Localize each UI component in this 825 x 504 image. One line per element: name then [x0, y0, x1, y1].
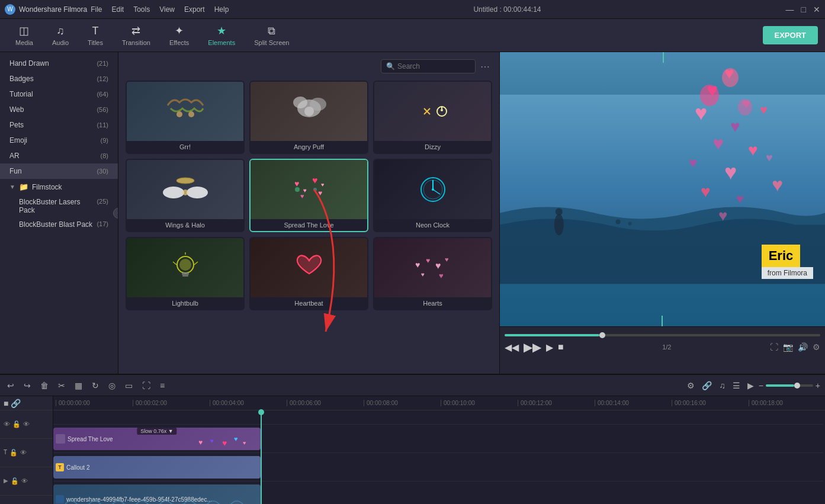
grid-item-angry-puff[interactable]: Angry Puff — [249, 81, 368, 154]
add-track-button2[interactable]: ■ — [4, 399, 8, 408]
timeline-tracks: Slow 0.76x ▼ Spread The Love ♥ ♥ ♥ ♥ ♥ — [53, 410, 823, 504]
menu-file[interactable]: File — [91, 5, 102, 14]
ruler-mark-5: 00:00:10:00 — [441, 400, 518, 406]
delete-button[interactable]: 🗑 — [38, 378, 51, 393]
grid-options-icon[interactable]: ⋯ — [480, 61, 490, 72]
skip-back-button[interactable]: ◀◀ — [505, 342, 519, 353]
slow-badge: Slow 0.76x ▼ — [137, 428, 176, 435]
track-eye-video-icon[interactable]: 👁 — [21, 477, 28, 485]
zoom-slider[interactable] — [766, 384, 813, 387]
export-button[interactable]: EXPORT — [763, 26, 818, 44]
pip-button[interactable]: ▭ — [123, 378, 135, 393]
progress-dot[interactable] — [599, 332, 605, 338]
grid-thumb-wings — [127, 160, 243, 219]
link-button[interactable]: 🔗 — [699, 378, 714, 393]
sidebar-count-fun: (30) — [97, 168, 108, 175]
tool-transition[interactable]: ⇄ Transition — [114, 21, 159, 50]
track-lock-icon[interactable]: 🔓 — [12, 420, 21, 428]
track-lock-video-icon[interactable]: 🔓 — [11, 477, 19, 485]
subtitle-button[interactable]: ▶ — [745, 378, 756, 393]
svg-line-32 — [173, 262, 176, 265]
sidebar-label-fun: Fun — [9, 167, 22, 175]
add-track-button[interactable]: ⚙ — [685, 378, 697, 393]
grid-item-grr[interactable]: Grr! — [126, 81, 245, 154]
grid-thumb-dizzy — [374, 82, 491, 141]
svg-text:♥: ♥ — [318, 189, 322, 197]
ruler-mark-0: 00:00:00:00 — [56, 400, 133, 406]
grid-item-heartbeat[interactable]: Heartbeat — [249, 237, 368, 310]
track-visibility-icon[interactable]: 👁 — [4, 420, 10, 428]
play-pause-button[interactable]: ▶▶ — [524, 340, 541, 354]
maximize-button[interactable]: □ — [801, 5, 806, 14]
grid-item-neon-clock[interactable]: Neon Clock — [373, 159, 492, 232]
tool-splitscreen[interactable]: ⧉ Split Screen — [246, 21, 297, 50]
close-button[interactable]: ✕ — [813, 5, 820, 14]
tool-media[interactable]: ◫ Media — [7, 21, 41, 50]
track-eye-callout-icon[interactable]: 👁 — [20, 449, 27, 457]
tool-elements-label: Elements — [208, 39, 235, 46]
grid-label-dizzy: Dizzy — [374, 141, 491, 153]
tool-effects[interactable]: ✦ Effects — [161, 21, 197, 50]
sidebar-item-web[interactable]: Web (56) — [0, 102, 118, 117]
snapshot-button[interactable]: 📷 — [783, 342, 793, 352]
sidebar-filmstock[interactable]: ▼ 📁 Filmstock — [0, 179, 118, 195]
adjust-button[interactable]: ≡ — [158, 378, 167, 393]
grid-item-spread-love[interactable]: ♥ ♥ ♥ ♥ ♥ ♥ Spread The Love — [249, 159, 368, 232]
zoom-dot[interactable] — [794, 383, 800, 389]
grid-item-wings-halo[interactable]: Wings & Halo — [126, 159, 245, 232]
undo-button[interactable]: ↩ — [5, 378, 17, 393]
sidebar-label-emoji: Emoji — [9, 136, 27, 145]
settings-button[interactable]: ⚙ — [813, 342, 820, 352]
link-track-button[interactable]: 🔗 — [11, 399, 21, 408]
menu-tools[interactable]: Tools — [133, 5, 150, 14]
track-eye-icon2[interactable]: 👁 — [23, 420, 30, 428]
clip-video[interactable]: wondershare-49994fb7-feee-459b-954f-27c5… — [53, 484, 261, 504]
tool-titles[interactable]: T Titles — [79, 21, 111, 50]
track-type-button[interactable]: ☰ — [730, 378, 743, 393]
sidebar-item-blockbuster-lasers[interactable]: BlockBuster Lasers Pack (25) — [0, 195, 118, 217]
grid-item-hearts[interactable]: ♥ ♥ ♥ ♥ ♥ ♥ Hearts — [373, 237, 492, 310]
svg-point-0 — [176, 111, 182, 117]
zoom-out-button[interactable]: − — [759, 381, 763, 390]
audio-track-button[interactable]: ♫ — [717, 378, 728, 393]
track-lock-callout-icon[interactable]: 🔓 — [9, 449, 18, 457]
rotate-button[interactable]: ↻ — [89, 378, 101, 393]
menu-export[interactable]: Export — [184, 5, 205, 14]
fullscreen2-button[interactable]: ⛶ — [140, 378, 153, 393]
menu-help[interactable]: Help — [214, 5, 229, 14]
sidebar-item-emoji[interactable]: Emoji (9) — [0, 133, 118, 148]
window-controls: — □ ✕ — [786, 5, 820, 14]
menu-view[interactable]: View — [159, 5, 175, 14]
tool-elements[interactable]: ★ Elements — [200, 21, 243, 50]
svg-text:♥: ♥ — [198, 438, 203, 447]
sidebar-item-ar[interactable]: AR (8) — [0, 148, 118, 163]
svg-text:♥: ♥ — [300, 192, 304, 200]
sidebar-item-hand-drawn[interactable]: Hand Drawn (21) — [0, 56, 118, 71]
crop-button[interactable]: ▦ — [72, 378, 85, 393]
clip-spread-love[interactable]: Slow 0.76x ▼ Spread The Love ♥ ♥ ♥ ♥ ♥ — [53, 428, 261, 450]
menu-edit[interactable]: Edit — [112, 5, 124, 14]
stop-button[interactable]: ■ — [558, 342, 564, 352]
progress-bar-container[interactable] — [505, 334, 820, 336]
grid-item-dizzy[interactable]: Dizzy — [373, 81, 492, 154]
grid-thumb-grr — [127, 82, 243, 141]
search-input[interactable] — [397, 62, 468, 70]
cut-button[interactable]: ✂ — [56, 378, 68, 393]
minimize-button[interactable]: — — [786, 5, 794, 14]
grid-thumb-heartbeat — [251, 238, 367, 297]
sidebar-item-blockbuster-blast[interactable]: BlockBuster Blast Pack (17) — [0, 217, 118, 232]
sidebar-item-pets[interactable]: Pets (11) — [0, 117, 118, 133]
redo-button[interactable]: ↪ — [21, 378, 33, 393]
volume-button[interactable]: 🔊 — [798, 342, 808, 352]
play-button[interactable]: ▶ — [546, 342, 553, 353]
fullscreen-button[interactable]: ⛶ — [770, 342, 778, 352]
grid-item-lightbulb[interactable]: Lightbulb — [126, 237, 245, 310]
sidebar-item-tutorial[interactable]: Tutorial (64) — [0, 86, 118, 102]
color-button[interactable]: ◎ — [106, 378, 118, 393]
sidebar-item-badges[interactable]: Badges (12) — [0, 71, 118, 86]
sidebar-item-fun[interactable]: Fun (30) — [0, 163, 118, 179]
zoom-in-button[interactable]: + — [816, 381, 820, 390]
tool-audio[interactable]: ♫ Audio — [44, 21, 77, 50]
sidebar-label-pets: Pets — [9, 121, 24, 129]
clip-callout[interactable]: T Callout 2 — [53, 456, 261, 479]
